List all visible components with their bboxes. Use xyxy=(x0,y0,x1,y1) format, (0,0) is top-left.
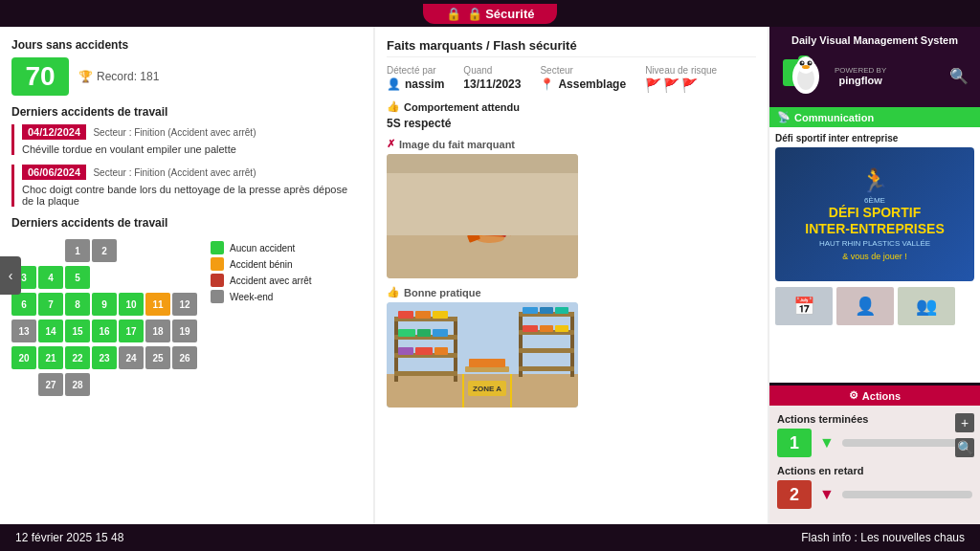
defi-cta: & vous de jouer ! xyxy=(842,252,907,261)
poster-title: Défi sportif inter entreprise xyxy=(775,133,974,143)
communication-section: 📡 Communication Défi sportif inter entre… xyxy=(769,107,980,386)
footer-datetime: 12 février 2025 15 48 xyxy=(15,531,123,544)
cal-e9 xyxy=(172,373,197,396)
when-value: 13/11/2023 xyxy=(463,77,521,91)
calendar-title: Derniers accidents de travail xyxy=(11,216,362,230)
pingflow-brand: POWERED BY pingflow xyxy=(835,66,886,86)
cal-h4 xyxy=(119,239,144,262)
cal-13: 13 xyxy=(11,320,36,342)
cal-24: 24 xyxy=(119,346,144,369)
legend-orange-label: Accident bénin xyxy=(230,259,293,270)
main-layout: ‹ Jours sans accidents 70 🏆 Record: 181 … xyxy=(0,27,980,524)
delayed-count: 2 xyxy=(777,480,812,509)
defi-name: DÉFI SPORTIFINTER-ENTREPRISES xyxy=(805,205,944,237)
cal-27: 27 xyxy=(38,373,63,396)
person-thumb-icon: 👤 xyxy=(855,296,876,317)
legend-green: Aucun accident xyxy=(211,241,312,254)
footer: 12 février 2025 15 48 Flash info : Les n… xyxy=(0,524,980,551)
svg-rect-58 xyxy=(523,325,538,332)
cal-h3: 2 xyxy=(92,239,117,262)
puzzle-mascot xyxy=(781,52,829,99)
cal-19: 19 xyxy=(172,320,197,342)
cal-28: 28 xyxy=(65,373,90,396)
cal-h2: 1 xyxy=(65,239,90,262)
cal-5: 5 xyxy=(65,266,90,289)
legend-red: Accident avec arrêt xyxy=(211,274,312,287)
svg-rect-54 xyxy=(519,366,574,371)
calendar-header-row: 1 2 xyxy=(11,239,197,262)
svg-rect-42 xyxy=(398,347,413,355)
cal-16: 16 xyxy=(92,320,117,342)
warehouse-svg-good: ZONE A xyxy=(387,302,578,408)
accident-date-1: 04/12/2024 xyxy=(22,124,86,140)
sector-value: 📍 Assemblage xyxy=(540,77,626,91)
calendar-row-4: 20 21 22 23 24 25 26 xyxy=(11,346,197,369)
add-action-button[interactable]: + xyxy=(955,413,974,432)
cal-e4 xyxy=(172,266,197,289)
calendar-grid-container: 1 2 3 4 5 6 xyxy=(11,235,197,396)
cal-e6 xyxy=(92,373,117,396)
nav-left-arrow[interactable]: ‹ xyxy=(0,256,21,295)
completed-count: 1 xyxy=(777,429,812,457)
calendar-with-legend: 1 2 3 4 5 6 xyxy=(11,235,362,396)
legend-weekend: Week-end xyxy=(211,290,312,303)
svg-rect-53 xyxy=(519,348,574,353)
x-icon: ✗ xyxy=(387,138,395,150)
legend-red-label: Accident avec arrêt xyxy=(230,276,312,286)
svg-rect-38 xyxy=(433,311,448,319)
cal-e5 xyxy=(11,373,36,396)
calendar-row-1: 3 4 5 xyxy=(11,266,197,289)
legend-weekend-box xyxy=(211,290,224,303)
svg-point-71 xyxy=(802,62,804,64)
action-side-icons: + 🔍 xyxy=(955,413,974,457)
cal-e8 xyxy=(145,373,170,396)
accident-sector-1: Secteur : Finition (Accident avec arrêt) xyxy=(93,127,256,138)
dvms-title: Daily Visual Management System xyxy=(777,34,972,46)
good-image-text: Bonne pratique xyxy=(404,287,481,298)
risk-label: Niveau de risque xyxy=(645,65,717,76)
zoom-action-button[interactable]: 🔍 xyxy=(955,438,974,457)
thumb-3: 👥 xyxy=(898,287,955,325)
cal-20: 20 xyxy=(11,346,36,369)
detected-by-label: Détecté par xyxy=(387,65,444,76)
sector-label: Secteur xyxy=(540,65,626,76)
defi-title-small: 6ème xyxy=(864,196,885,205)
svg-rect-35 xyxy=(394,371,457,376)
cal-18: 18 xyxy=(145,320,170,342)
zoom-icon[interactable]: 🔍 xyxy=(949,67,969,85)
poster-large: 🏃 6ème DÉFI SPORTIFINTER-ENTREPRISES HAU… xyxy=(775,147,974,281)
sector-item: Secteur 📍 Assemblage xyxy=(540,65,626,93)
comm-icon: 📡 xyxy=(777,111,791,123)
calendar-legend: Aucun accident Accident bénin Accident a… xyxy=(211,241,312,303)
cal-12: 12 xyxy=(172,293,197,316)
cal-14: 14 xyxy=(38,320,63,342)
cal-h5 xyxy=(145,239,170,262)
last-accidents-title: Derniers accidents de travail xyxy=(11,105,362,119)
cal-7: 7 xyxy=(38,293,63,316)
actions-content: Actions terminées 1 ▼ Actions en retard … xyxy=(769,406,980,524)
chevron-down-completed: ▼ xyxy=(819,434,835,452)
actions-section: ⚙ Actions Actions terminées 1 ▼ Actions … xyxy=(769,386,980,524)
thumbnail-row: 📅 👤 👥 xyxy=(775,287,974,325)
cal-26: 26 xyxy=(172,346,197,369)
calendar-row-3: 13 14 15 16 17 18 19 xyxy=(11,320,197,342)
accident-desc-1: Chéville tordue en voulant empiler une p… xyxy=(22,143,362,155)
legend-weekend-label: Week-end xyxy=(230,292,273,302)
flag-1: 🚩 xyxy=(645,77,661,93)
dvms-section: Daily Visual Management System xyxy=(769,27,980,107)
communication-header: 📡 Communication xyxy=(769,107,980,127)
footer-flash-info: Flash info : Les nouvelles chaus xyxy=(801,531,965,544)
svg-rect-44 xyxy=(434,347,448,355)
risk-value: 🚩 🚩 🚩 xyxy=(645,77,717,93)
days-counter: 70 🏆 Record: 181 xyxy=(11,57,362,96)
bad-image-label: ✗ Image du fait marquant xyxy=(387,138,756,150)
svg-point-73 xyxy=(802,65,810,69)
risk-item: Niveau de risque 🚩 🚩 🚩 xyxy=(645,65,717,93)
cal-8: 8 xyxy=(65,293,90,316)
group-thumb-icon: 👥 xyxy=(916,296,937,317)
defi-sub: HAUT RHIN PLASTICS VALLÉE xyxy=(819,239,930,248)
bad-practice-image xyxy=(387,154,578,278)
svg-rect-62 xyxy=(469,359,505,367)
svg-rect-27 xyxy=(387,154,578,173)
detected-by: Détecté par 👤 nassim xyxy=(387,65,444,93)
